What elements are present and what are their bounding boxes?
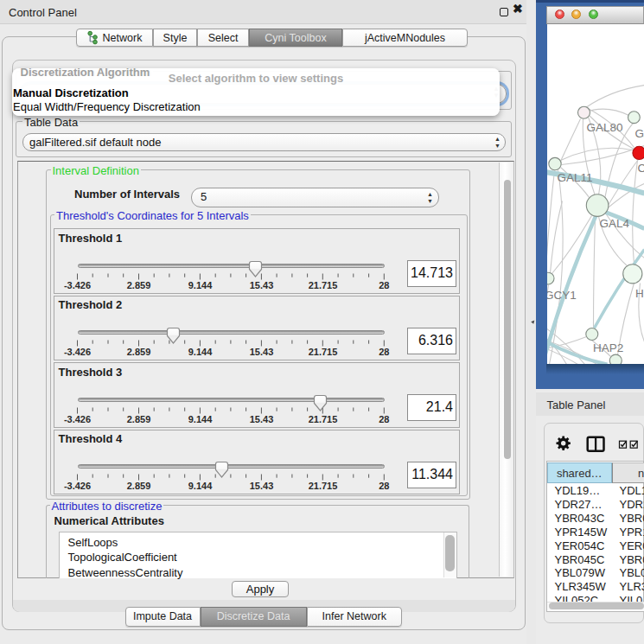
svg-text:GAL80: GAL80 (586, 121, 622, 134)
svg-text:GAL11: GAL11 (557, 171, 592, 184)
svg-text:C: C (637, 162, 644, 175)
svg-text:GAL4: GAL4 (599, 216, 629, 229)
svg-text:GCY1: GCY1 (547, 288, 577, 301)
svg-text:H: H (635, 286, 644, 299)
svg-text:GA: GA (634, 127, 644, 140)
svg-text:HAP2: HAP2 (593, 341, 623, 354)
